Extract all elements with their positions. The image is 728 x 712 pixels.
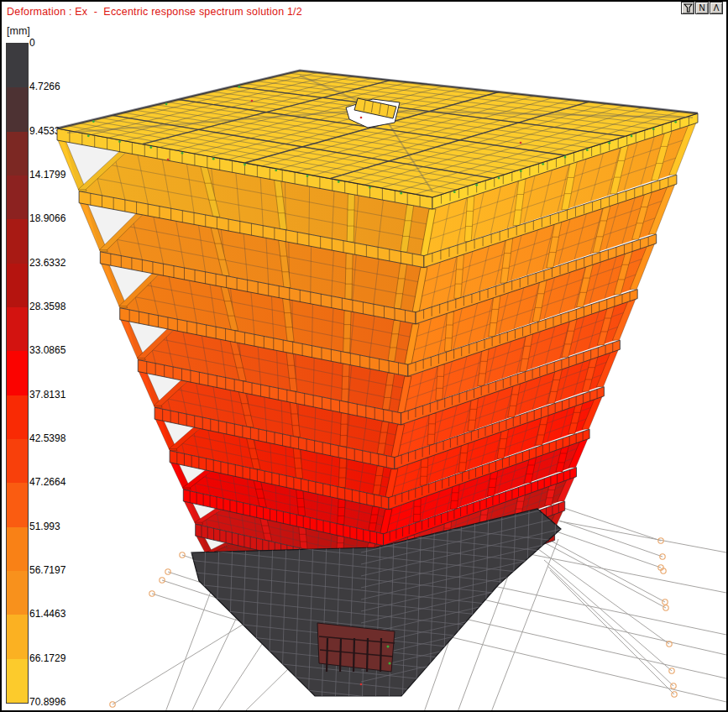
podium-base	[191, 509, 561, 696]
legend-value-label: 61.4463	[29, 608, 65, 620]
roof-opening	[346, 99, 400, 128]
filter-button[interactable]	[681, 2, 694, 14]
legend-segment	[7, 132, 28, 175]
legend-unit-label: [mm]	[7, 25, 30, 37]
legend-value-label: 33.0865	[29, 344, 65, 356]
support-node-markers	[110, 538, 677, 707]
result-title: Deformation : Ex - Eccentric response sp…	[7, 6, 302, 18]
legend-value-label: 70.8996	[29, 696, 65, 708]
legend-segment	[7, 264, 28, 307]
legend-value-label: 51.993	[29, 521, 60, 532]
legend-segment	[7, 659, 28, 703]
legend-segment	[7, 175, 28, 219]
legend-segment	[7, 351, 28, 395]
legend-value-label: 18.9066	[29, 212, 65, 224]
button-up[interactable]: Λ	[710, 2, 723, 14]
legend-value-label: 42.5398	[29, 432, 65, 444]
legend-value-label: 37.8131	[29, 389, 65, 400]
legend-value-label: 66.1729	[29, 652, 65, 664]
legend-segment	[7, 44, 28, 87]
legend-value-label: 0	[29, 37, 35, 49]
viewport-window: Deformation : Ex - Eccentric response sp…	[0, 0, 728, 712]
legend-segment	[7, 483, 28, 526]
legend-segment	[7, 219, 28, 263]
legend-value-label: 47.2664	[29, 476, 65, 488]
legend-value-label: 4.7266	[29, 81, 60, 92]
legend-segment	[7, 615, 28, 658]
legend-color-bar	[6, 43, 29, 704]
roof-slab	[57, 71, 698, 197]
legend-value-label: 14.1799	[29, 169, 65, 181]
button-n[interactable]: N	[695, 2, 709, 14]
legend-value-label: 56.7197	[29, 564, 65, 576]
legend-segment	[7, 395, 28, 439]
legend-value-label: 28.3598	[29, 301, 65, 312]
legend-segment	[7, 571, 28, 615]
legend-value-label: 9.4533	[29, 125, 60, 137]
legend-segment	[7, 439, 28, 483]
funnel-icon	[683, 3, 693, 13]
view-toolbar: NΛ	[681, 2, 723, 14]
legend-segment	[7, 527, 28, 571]
legend-value-label: 23.6332	[29, 257, 65, 269]
model-viewport-3d[interactable]	[2, 2, 726, 710]
legend-segment	[7, 87, 28, 131]
legend-segment	[7, 307, 28, 351]
foundation-wireframe	[113, 491, 726, 710]
